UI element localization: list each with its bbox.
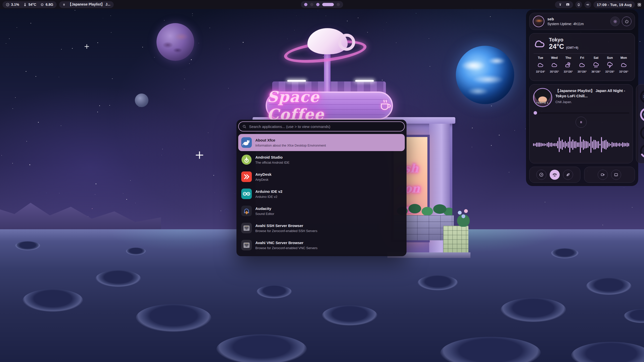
forecast-day: Tue [534,56,547,60]
gauge-value: 24% [639,143,644,159]
forecast-day: Mon [617,56,631,60]
waveform-bar [556,143,557,147]
scales-button[interactable] [550,170,560,180]
system-gauges-card: 3.1%54°C14%24% [636,84,644,163]
waveform-bar [557,141,558,149]
waveform-bar [609,143,610,146]
user-card: seb System Uptime: 4h11m [529,13,635,30]
app-row[interactable]: Avahi SSH Server BrowserBrowse for Zeroc… [238,219,405,237]
waveform-bar [592,141,593,148]
app-title: Avahi VNC Server Browser [255,240,317,245]
top-panel: 3.1%54°C6.8G 【Japanese Playlist】 J... 17… [0,0,644,9]
leaf-button[interactable] [563,170,573,180]
topbar-stat: 6.8G [40,3,53,7]
launcher-search[interactable] [238,121,405,131]
waveform-bar [613,143,614,146]
waveform-bar [587,142,588,148]
track-progress-slider[interactable] [533,111,629,115]
clock[interactable]: 17:09 - Tue, 19 Aug [593,1,635,8]
waveform-bar [607,142,608,148]
waveform-bar [612,142,613,148]
waveform-bar [553,143,554,146]
waveform-bar [574,141,575,148]
forecast-temps: 33°/24° [534,70,547,73]
neon-cup-icon [379,99,392,113]
app-row[interactable]: Arduino IDE v2Arduino IDE v2 [238,185,405,202]
waveform-bar [569,137,570,153]
forecast-temps-row: 33°/24°35°/25°33°/26°35°/26°36°/26°33°/2… [534,70,631,73]
workspace-dot-empty[interactable] [337,3,340,6]
avahi-app-icon [241,223,252,233]
system-gauge: 54°C [639,107,644,122]
waveform-bar [535,144,536,146]
app-row[interactable]: Android StudioThe official Android IDE [238,151,405,168]
play-pause-button[interactable] [576,117,587,128]
app-row[interactable]: AnyDeskAnyDesk [238,168,405,185]
divider [534,53,631,54]
workspace-dot-occupied[interactable] [316,3,319,6]
chip-icon [40,3,44,7]
flower-bush [454,207,472,227]
waveform-bar [619,143,620,147]
forecast-days-row: TueWedThuFriSatSunMon [534,56,631,60]
app-description: Sound Editor [255,212,274,216]
waveform-bar [589,143,590,146]
app-title: About Xfce [255,138,326,143]
waveform-bar [606,140,607,150]
forecast-day: Thu [561,56,575,60]
now-playing-text: 【Japanese Playlist】 J... [68,2,110,7]
topbar-stat: 3.1% [6,3,19,7]
progress-track [533,113,629,113]
now-playing-pill[interactable]: 【Japanese Playlist】 J... [59,1,114,8]
notifications-button[interactable] [575,1,582,8]
pet-icon[interactable] [558,3,562,7]
volume-button[interactable] [584,1,591,8]
app-row[interactable]: About XfceInformation about the Xfce Des… [238,134,405,151]
waveform-bar [544,143,545,146]
waveform-bar [581,142,582,148]
settings-button[interactable] [610,17,620,26]
progress-knob[interactable] [534,111,537,115]
forecast-temps: 36°/26° [589,70,603,73]
system-gauge: 24% [639,143,644,159]
app-list: About XfceInformation about the Xfce Des… [238,134,405,254]
cloud-weather-icon [575,62,589,68]
gauge-button[interactable] [536,170,546,180]
waveform-bar [599,144,600,146]
power-profile-buttons [529,167,580,183]
search-input[interactable] [249,124,401,129]
stat-value: 3.1% [11,3,19,7]
album-art-text: TOKYO L [534,102,551,104]
waveform-bar [580,137,581,153]
waveform-bar [539,143,540,147]
cloud-weather-icon [617,62,631,68]
overview-grid-icon[interactable] [637,3,641,7]
app-description: AnyDesk [255,178,271,182]
forecast-temps: 35°/26° [575,70,589,73]
waveform-bar [598,141,599,148]
rain-weather-icon [589,62,603,68]
workspace-switcher[interactable] [301,1,343,8]
waveform-bar [571,141,572,148]
waveform-bar [550,143,551,147]
app-row[interactable]: AudacitySound Editor [238,202,405,219]
cloud-weather-icon [534,62,547,68]
waveform-bar [566,143,567,147]
waveform-bar [542,143,543,146]
track-artist: Chill Japan. [555,100,629,104]
neon-sign: Space Coffee [266,92,393,120]
app-row[interactable]: Avahi VNC Server BrowserBrowse for Zeroc… [238,237,405,254]
waveform-bar [547,143,548,147]
weather-cloud-icon [534,38,546,50]
avahi-app-icon [241,240,252,250]
video-button[interactable] [598,170,608,180]
workspace-dot-active[interactable] [322,3,334,6]
screen-button[interactable] [611,170,621,180]
workspace-dot-empty[interactable] [310,3,313,6]
waveform-bar [560,141,561,149]
app-description: Information about the Xfce Desktop Envir… [255,144,326,147]
power-button[interactable] [622,17,631,26]
workspace-dot-occupied[interactable] [304,3,307,6]
waveform-bar [627,143,628,147]
wallpaper-icon[interactable] [566,3,570,7]
